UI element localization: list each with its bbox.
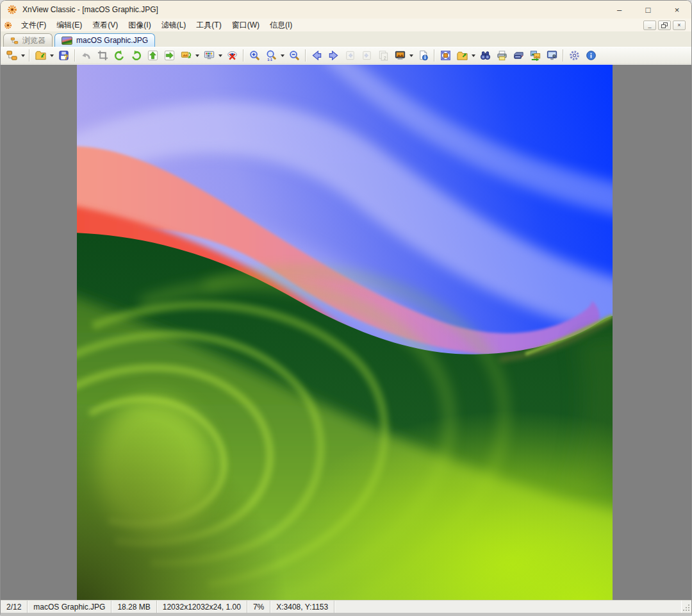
image-info-icon (417, 49, 429, 62)
scan-button[interactable] (510, 48, 527, 63)
convert-image-icon (180, 49, 192, 62)
tab-image-label: macOS Graphic.JPG (76, 36, 148, 45)
open-with-button[interactable] (454, 48, 470, 63)
fullscreen-button[interactable] (437, 48, 454, 63)
status-filler (334, 601, 681, 613)
chevron-down-icon (195, 54, 199, 57)
slideshow-button[interactable] (391, 48, 408, 63)
mdi-restore-button[interactable] (658, 21, 671, 30)
next-page-icon (361, 49, 373, 62)
batch-convert-button[interactable] (527, 48, 543, 63)
red-eye-icon (226, 49, 238, 62)
tab-image[interactable]: macOS Graphic.JPG (54, 33, 155, 47)
search-button[interactable] (477, 48, 493, 63)
image-canvas[interactable] (77, 65, 613, 600)
window-controls: – □ × (605, 1, 691, 19)
convert-dropdown[interactable] (194, 48, 201, 63)
rotate-right-icon (130, 49, 142, 62)
settings-button[interactable] (566, 48, 582, 63)
xnview-logo-icon (7, 4, 17, 15)
screen-capture-button[interactable] (543, 48, 560, 63)
menu-bar: 文件(F) 编辑(E) 查看(V) 图像(I) 滤镜(L) 工具(T) 窗口(W… (1, 19, 691, 31)
menu-tools[interactable]: 工具(T) (191, 19, 226, 31)
undo-button[interactable] (78, 48, 94, 63)
arrow-forward-icon (163, 49, 176, 62)
menu-info[interactable]: 信息(I) (265, 19, 297, 31)
browser-button[interactable] (3, 48, 20, 63)
crop-icon (97, 49, 109, 62)
svg-text:1:1: 1:1 (267, 58, 272, 62)
xnview-window: XnView Classic - [macOS Graphic.JPG] – □… (0, 0, 692, 616)
save-button[interactable]: ? (55, 48, 72, 63)
window-title: XnView Classic - [macOS Graphic.JPG] (22, 5, 158, 14)
image-viewer-area[interactable] (1, 65, 691, 600)
tab-browser[interactable]: 浏览器 (3, 33, 53, 47)
rotate-left-button[interactable] (111, 48, 128, 63)
crop-button[interactable] (94, 48, 111, 63)
red-eye-button[interactable] (224, 48, 240, 63)
open-with-icon (456, 49, 468, 62)
display-adjust-button[interactable] (201, 48, 217, 63)
mdi-minimize-button[interactable]: _ (643, 21, 656, 30)
zoom-in-button[interactable] (246, 48, 263, 63)
print-button[interactable] (493, 48, 510, 63)
open-with-dropdown[interactable] (470, 48, 477, 63)
next-arrow-icon (327, 49, 340, 62)
scanner-icon (513, 49, 525, 62)
display-adjust-dropdown[interactable] (217, 48, 224, 63)
first-page-button[interactable] (342, 48, 358, 63)
zoom-actual-size-button[interactable]: 1:1 (263, 48, 279, 63)
zoom-actual-size-icon: 1:1 (265, 49, 277, 62)
browser-dropdown[interactable] (20, 48, 26, 63)
toolbar: ? 1:1 2 (1, 47, 691, 63)
menu-view[interactable]: 查看(V) (87, 19, 123, 31)
status-filename: macOS Graphic.JPG (28, 601, 111, 613)
about-button[interactable] (582, 48, 599, 63)
folder-tree-icon (6, 49, 18, 62)
convert-button[interactable] (177, 48, 194, 63)
tab-strip: 浏览器 macOS Graphic.JPG (1, 31, 691, 47)
menu-image[interactable]: 图像(I) (123, 19, 156, 31)
menu-filter[interactable]: 滤镜(L) (156, 19, 192, 31)
page-list-icon: 2 (377, 49, 390, 62)
menu-file[interactable]: 文件(F) (16, 19, 51, 31)
forward-button[interactable] (161, 48, 177, 63)
zoom-in-icon (249, 49, 261, 62)
toolbar-separator (243, 49, 243, 62)
svg-text:2: 2 (383, 56, 386, 60)
chevron-down-icon (472, 54, 475, 57)
maximize-button[interactable]: □ (634, 1, 663, 19)
zoom-out-button[interactable] (286, 48, 302, 63)
slideshow-dropdown[interactable] (408, 48, 415, 63)
image-info-button[interactable] (415, 48, 431, 63)
status-dimensions: 12032x12032x24, 1.00 (157, 601, 247, 613)
previous-image-button[interactable] (308, 48, 325, 63)
open-dropdown[interactable] (49, 48, 55, 63)
zoom-dropdown[interactable] (279, 48, 286, 63)
screen-capture-icon (546, 49, 558, 62)
open-folder-icon (35, 49, 47, 62)
print-icon (496, 49, 508, 62)
undo-icon (80, 49, 92, 62)
page-list-button[interactable]: 2 (375, 48, 391, 63)
mdi-close-button[interactable]: × (673, 21, 686, 30)
chevron-down-icon (281, 54, 284, 57)
next-image-button[interactable] (325, 48, 342, 63)
close-button[interactable]: × (663, 1, 691, 19)
svg-text:?: ? (63, 54, 67, 61)
menu-edit[interactable]: 编辑(E) (51, 19, 87, 31)
chevron-down-icon (218, 54, 222, 57)
resize-grip[interactable] (681, 601, 691, 613)
next-page-button[interactable] (358, 48, 375, 63)
rotate-right-button[interactable] (128, 48, 144, 63)
menu-window[interactable]: 窗口(W) (227, 19, 265, 31)
toolbar-separator (74, 49, 75, 62)
status-cursor-position: X:3408, Y:1153 (270, 601, 334, 613)
macos-sonoma-wallpaper (77, 65, 613, 600)
open-button[interactable] (32, 48, 49, 63)
display-settings-icon (203, 49, 215, 62)
minimize-button[interactable]: – (605, 1, 634, 19)
chevron-down-icon (409, 54, 413, 57)
status-zoom-level: 7% (247, 601, 270, 613)
move-up-button[interactable] (144, 48, 161, 63)
